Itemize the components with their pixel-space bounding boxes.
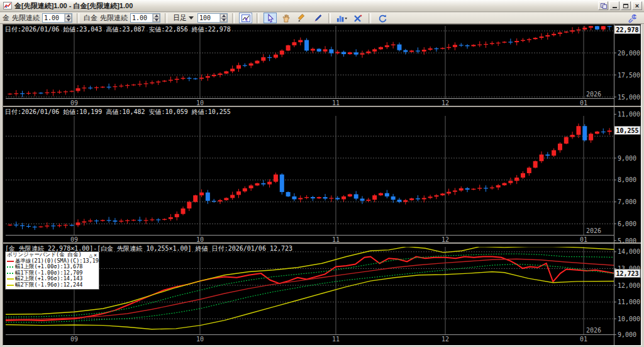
platinum-ohlc-info: 日付:2026/01/06 始値:10,199 高値:10,482 安値:10,… (5, 108, 231, 117)
platinum-multiplier-down-button[interactable] (153, 18, 160, 23)
svg-text:10: 10 (196, 100, 204, 106)
refresh-icon (377, 13, 387, 23)
app-root: { "window": { "title": "金[先限連続]1.00 - 白金… (0, 0, 644, 347)
svg-text:12: 12 (441, 236, 449, 242)
svg-text:2026: 2026 (586, 327, 601, 334)
crosshair-mode-button[interactable] (239, 13, 252, 23)
bar-count-spinner[interactable] (197, 13, 228, 23)
timeframe-label: 日足 (173, 13, 187, 23)
toolbar-separator (77, 13, 79, 23)
svg-text:10,000: 10,000 (618, 316, 640, 322)
svg-text:12,000: 12,000 (618, 282, 640, 289)
up-arrow-icon (155, 14, 158, 17)
refresh-button[interactable] (375, 13, 389, 23)
chart-crosshair-icon (241, 13, 251, 23)
float-window-button[interactable] (598, 1, 608, 10)
svg-text:8,000: 8,000 (618, 176, 636, 183)
down-arrow-icon (67, 19, 70, 21)
maximize-icon (623, 4, 628, 8)
close-button[interactable]: × (632, 1, 642, 10)
platinum-candlestick-chart[interactable]: 11,0009,0008,0007,0006,0005,000091011120… (3, 107, 641, 242)
platinum-series-label: 先限連続 (100, 13, 128, 23)
minimize-button[interactable] (609, 1, 619, 10)
baseline-color-swatch (7, 261, 14, 262)
svg-text:11,000: 11,000 (618, 111, 640, 118)
svg-text:12,723: 12,723 (616, 270, 638, 277)
spread-chart-panel[interactable]: 14,00013,00012,00011,00010,0009,00009101… (3, 244, 641, 345)
band1-upper-color-swatch (7, 266, 14, 268)
toolbar-separator (232, 13, 235, 23)
svg-text:14,000: 14,000 (618, 248, 640, 255)
bar-count-input[interactable] (198, 14, 219, 22)
toolbar-separator (257, 13, 259, 23)
pen-quill-icon (313, 13, 323, 23)
svg-text:9,000: 9,000 (618, 155, 636, 162)
gold-symbol-label: 金 (3, 13, 9, 23)
svg-text:20,000: 20,000 (618, 50, 640, 57)
gold-chart-panel[interactable]: 20,00017,50015,0000910111201202622,978 日… (3, 25, 641, 106)
svg-text:2026: 2026 (586, 227, 601, 234)
delete-x-icon (353, 13, 363, 23)
layers-icon (601, 3, 606, 8)
chart-area: 20,00017,50015,0000910111201202622,978 日… (3, 24, 641, 346)
maximize-button[interactable] (621, 1, 631, 10)
svg-text:10,255: 10,255 (616, 127, 638, 134)
svg-text:09: 09 (70, 100, 78, 106)
cursor-arrow-icon (265, 13, 275, 23)
svg-text:09: 09 (70, 336, 78, 343)
legend-row-band2-lower: 幅2下限(-1.96σ):12,244 (7, 282, 97, 288)
svg-text:5,000: 5,000 (618, 237, 636, 243)
bar-count-down-button[interactable] (220, 18, 227, 23)
chart-window-icon (3, 2, 12, 9)
gold-candlestick-chart[interactable]: 20,00017,50015,0000910111201202622,978 (3, 25, 641, 106)
svg-text:15,000: 15,000 (618, 94, 640, 101)
svg-text:10: 10 (196, 236, 204, 242)
annotation-pen-button[interactable] (311, 13, 324, 23)
delete-indicator-button[interactable] (351, 13, 364, 23)
svg-text:22,978: 22,978 (616, 26, 638, 33)
down-arrow-icon (155, 19, 158, 21)
platinum-multiplier-spinner[interactable] (130, 13, 160, 23)
up-arrow-icon (222, 14, 226, 17)
up-arrow-icon (67, 14, 70, 17)
platinum-multiplier-input[interactable] (131, 14, 152, 22)
settings-button[interactable] (626, 13, 639, 23)
svg-text:9,000: 9,000 (618, 331, 636, 338)
title-bar[interactable]: 金[先限連続]1.00 - 白金[先限連続]1.00 × (0, 0, 644, 12)
wrench-icon (628, 13, 638, 23)
bollinger-legend: ボリンジャーバンド(金 白金) △ × 基準線(21)(0)(SMA)(C):1… (5, 251, 99, 290)
platinum-chart-panel[interactable]: 11,0009,0008,0007,0006,0005,000091011120… (3, 107, 641, 242)
band2-upper-color-swatch (7, 278, 14, 280)
platinum-symbol-label: 白金 (84, 13, 97, 23)
svg-text:01: 01 (580, 236, 587, 242)
indicator-chart-button[interactable] (335, 13, 348, 23)
svg-text:12: 12 (441, 336, 449, 343)
svg-text:17,500: 17,500 (618, 72, 640, 79)
pan-tool-button[interactable] (279, 13, 292, 23)
select-tool-button[interactable] (264, 13, 277, 23)
svg-text:01: 01 (580, 100, 587, 106)
gold-multiplier-input[interactable] (43, 14, 64, 22)
gold-ohlc-info: 日付:2026/01/06 始値:23,043 高値:23,087 安値:22,… (5, 25, 231, 34)
svg-text:2026: 2026 (586, 91, 601, 98)
svg-text:01: 01 (580, 336, 587, 343)
svg-text:12: 12 (441, 100, 449, 106)
svg-text:11,000: 11,000 (618, 299, 640, 305)
svg-text:10: 10 (196, 336, 204, 343)
toolbar-separator (165, 13, 167, 23)
timeframe-select[interactable]: 日足 (172, 13, 195, 23)
close-icon: × (635, 3, 639, 9)
pencil-icon (297, 13, 307, 23)
draw-line-button[interactable] (295, 13, 308, 23)
chevron-down-icon (189, 16, 194, 20)
minimize-icon (613, 7, 617, 8)
svg-text:6,000: 6,000 (618, 220, 636, 227)
gold-multiplier-spinner[interactable] (42, 13, 72, 23)
gold-multiplier-down-button[interactable] (65, 18, 72, 23)
gold-series-label: 先限連続 (12, 13, 40, 23)
window-title: 金[先限連続]1.00 - 白金[先限連続]1.00 (14, 1, 598, 11)
svg-text:09: 09 (70, 236, 78, 242)
svg-text:11: 11 (332, 336, 340, 343)
band1-lower-color-swatch (7, 273, 14, 274)
svg-text:11: 11 (332, 100, 340, 106)
